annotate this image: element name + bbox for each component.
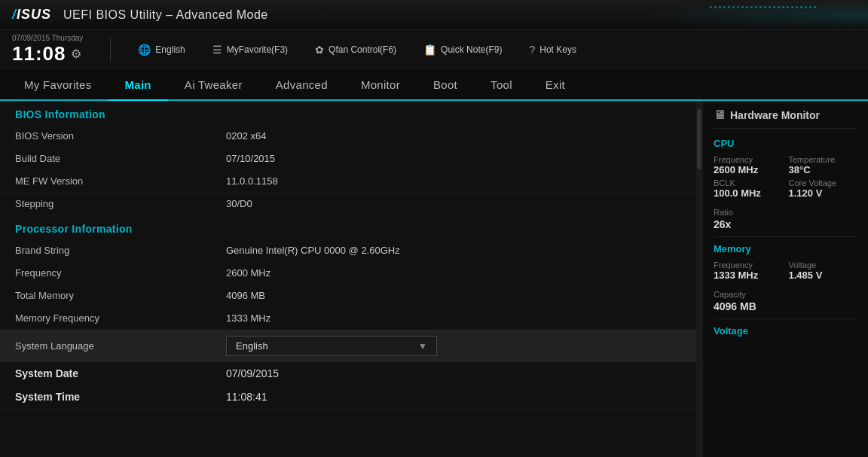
content-area: BIOS Information BIOS Version 0202 x64 B… [0,101,696,457]
system-language-select[interactable]: English ▼ [226,336,437,356]
asus-logo: /ISUS [12,7,51,23]
hw-cpu-temp-label: Temperature [789,155,858,164]
brand-string-value: Genuine Intel(R) CPU 0000 @ 2.60GHz [226,245,400,256]
cpu-frequency-label: Frequency [15,267,226,279]
tab-advanced[interactable]: Advanced [259,69,344,99]
system-time-row: System Time 11:08:41 [0,385,696,409]
hw-mem-voltage-group: Voltage 1.485 V [789,260,858,281]
dropdown-arrow-icon: ▼ [418,341,427,352]
globe-icon: 🌐 [138,44,151,56]
tab-ai-tweaker[interactable]: Ai Tweaker [168,69,259,99]
content-scrollbar[interactable] [696,101,702,457]
hw-core-voltage-label: Core Voltage [789,178,858,187]
quicknote-button[interactable]: 📋 Quick Note(F9) [417,41,508,59]
cpu-frequency-row: Frequency 2600 MHz [0,262,696,285]
cpu-frequency-value: 2600 MHz [226,267,270,279]
hw-mem-freq-value: 1333 MHz [714,270,783,281]
stepping-value: 30/D0 [226,198,252,209]
me-fw-value: 11.0.0.1158 [226,175,278,187]
hw-ratio-label: Ratio [714,208,857,217]
hw-bclk-value: 100.0 MHz [714,187,783,199]
scroll-thumb[interactable] [697,109,701,169]
toolbar-divider [110,38,111,61]
hw-mem-freq-label: Frequency [714,260,783,270]
build-date-label: Build Date [15,153,226,164]
brand-string-label: Brand String [15,245,226,256]
hw-mem-voltage-value: 1.485 V [789,270,858,281]
bios-version-value: 0202 x64 [226,130,267,142]
system-date-value: 07/09/2015 [226,367,279,379]
hw-cpu-temp-value: 38°C [789,164,858,175]
hotkeys-label: Hot Keys [539,44,576,55]
english-label: English [155,44,185,55]
system-time-label: System Time [15,391,226,403]
help-icon: ? [529,44,535,56]
hw-mem-freq-group: Frequency 1333 MHz [714,260,783,281]
time-wrapper: 11:08 ⚙ [12,42,83,66]
tab-monitor[interactable]: Monitor [344,69,417,99]
settings-icon[interactable]: ⚙ [71,47,81,61]
hw-monitor-panel: 🖥 Hardware Monitor CPU Frequency 2600 MH… [702,101,868,457]
hw-core-voltage-group: Core Voltage 1.120 V [789,178,858,199]
me-fw-label: ME FW Version [15,175,226,187]
hw-monitor-title: 🖥 Hardware Monitor [714,108,857,129]
main-layout: BIOS Information BIOS Version 0202 x64 B… [0,101,868,457]
system-time-value: 11:08:41 [226,391,267,403]
favorite-icon: ☰ [212,44,222,56]
tab-exit[interactable]: Exit [529,69,582,99]
qfan-button[interactable]: ✿ Qfan Control(F6) [309,41,402,59]
note-icon: 📋 [423,44,436,56]
tab-boot[interactable]: Boot [417,69,474,99]
hw-bclk-label: BCLK [714,178,783,187]
time-display: 11:08 [12,42,66,66]
hw-core-voltage-value: 1.120 V [789,187,858,199]
myfavorite-button[interactable]: ☰ MyFavorite(F3) [206,41,294,59]
hw-bclk-group: BCLK 100.0 MHz [714,178,783,199]
nav-tabs: My Favorites Main Ai Tweaker Advanced Mo… [0,69,868,101]
stepping-label: Stepping [15,198,226,209]
hw-capacity-value: 4096 MB [714,300,857,312]
fan-icon: ✿ [315,44,324,56]
hw-memory-grid: Frequency 1333 MHz Voltage 1.485 V [714,260,857,281]
system-date-row: System Date 07/09/2015 [0,362,696,385]
hw-memory-section: Memory [714,243,857,254]
system-date-label: System Date [15,367,226,379]
memory-frequency-row: Memory Frequency 1333 MHz [0,307,696,330]
hw-voltage-section: Voltage [714,325,857,337]
bios-information-header: BIOS Information [0,101,696,125]
hw-cpu-freq-label: Frequency [714,155,783,164]
english-button[interactable]: 🌐 English [132,41,191,59]
tech-dots [710,6,860,8]
hw-divider-1 [714,236,857,237]
bios-version-row: BIOS Version 0202 x64 [0,125,696,148]
datetime: 07/09/2015 Thursday 11:08 ⚙ [12,34,83,66]
tab-my-favorites[interactable]: My Favorites [8,69,108,99]
tab-main[interactable]: Main [108,69,167,99]
toolbar: 07/09/2015 Thursday 11:08 ⚙ 🌐 English ☰ … [0,30,868,69]
quicknote-label: Quick Note(F9) [441,44,502,55]
hw-cpu-section: CPU [714,138,857,149]
hw-divider-2 [714,318,857,319]
hw-ratio-group: Ratio 26x [714,208,857,230]
qfan-label: Qfan Control(F6) [329,44,396,55]
hotkeys-button[interactable]: ? Hot Keys [523,41,582,59]
date-text: 07/09/2015 Thursday [12,34,83,42]
header-title: UEFI BIOS Utility – Advanced Mode [63,8,268,22]
brand-string-row: Brand String Genuine Intel(R) CPU 0000 @… [0,239,696,262]
bios-version-label: BIOS Version [15,130,226,142]
tab-tool[interactable]: Tool [474,69,529,99]
hw-cpu-freq-group: Frequency 2600 MHz [714,155,783,175]
hw-capacity-label: Capacity [714,290,857,299]
monitor-icon: 🖥 [714,108,726,122]
header-bar: /ISUS UEFI BIOS Utility – Advanced Mode [0,0,868,30]
processor-information-header: Processor Information [0,215,696,239]
hw-mem-voltage-label: Voltage [789,260,858,270]
hw-ratio-value: 26x [714,218,857,230]
hw-cpu-grid: Frequency 2600 MHz Temperature 38°C BCLK… [714,155,857,199]
build-date-value: 07/10/2015 [226,153,275,164]
system-language-value: English [236,340,268,352]
hw-capacity-group: Capacity 4096 MB [714,290,857,312]
stepping-row: Stepping 30/D0 [0,193,696,215]
hw-cpu-temp-group: Temperature 38°C [789,155,858,175]
system-language-row: System Language English ▼ [0,330,696,362]
